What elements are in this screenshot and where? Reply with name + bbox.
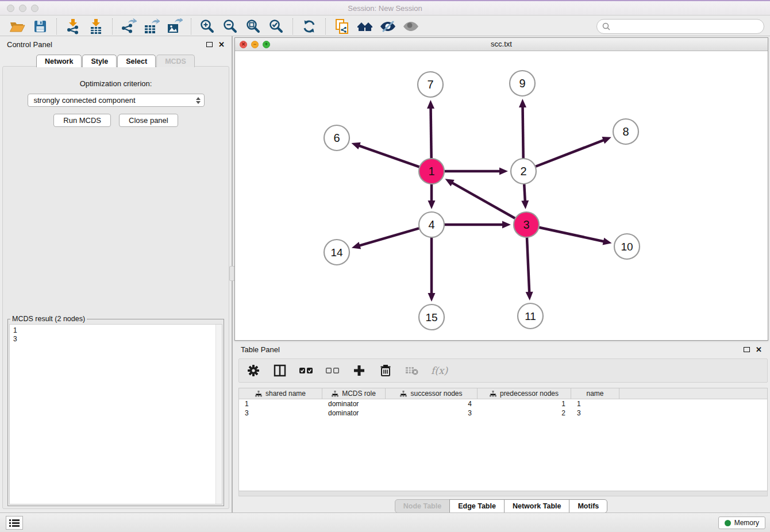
memory-button[interactable]: Memory [718, 516, 765, 529]
hide-details-icon[interactable] [378, 18, 398, 35]
tab-network-table[interactable]: Network Table [504, 499, 570, 513]
status-bar: Memory [0, 512, 770, 532]
task-history-button[interactable] [6, 516, 23, 530]
edge-arrowhead [428, 293, 436, 302]
mcds-panel: Optimization criterion: strongly connect… [2, 66, 229, 509]
tab-style[interactable]: Style [82, 55, 117, 67]
minimize-view-icon[interactable]: − [251, 41, 259, 48]
network-view-window: ✕ − + scc.txt 7968124314101511 [234, 37, 768, 341]
zoom-selected-icon[interactable] [267, 18, 286, 35]
export-image-icon[interactable] [165, 18, 184, 35]
refresh-view-icon[interactable] [299, 18, 319, 35]
result-line: 1 [13, 326, 218, 335]
table-scrollbar[interactable] [238, 491, 768, 496]
network-window-titlebar[interactable]: ✕ − + scc.txt [235, 38, 768, 51]
split-columns-icon[interactable] [272, 363, 287, 378]
zoom-fit-icon[interactable] [244, 18, 263, 35]
import-network-icon[interactable] [63, 18, 83, 35]
select-all-checkboxes-icon[interactable] [299, 363, 314, 378]
control-panel: Control Panel ✕ Network Style Select MCD… [0, 36, 232, 512]
control-panel-title: Control Panel [7, 40, 206, 49]
node-label: 11 [525, 310, 536, 322]
edge-2-8[interactable] [534, 140, 605, 167]
node-label: 7 [427, 78, 433, 91]
tab-select[interactable]: Select [117, 55, 156, 67]
column-header-mcds-role[interactable]: MCDS role [322, 388, 386, 399]
table-row[interactable]: 3 dominator 3 2 3 [239, 408, 767, 418]
import-table-icon[interactable] [86, 18, 106, 35]
open-session-icon[interactable] [7, 18, 27, 35]
tab-network[interactable]: Network [36, 55, 82, 67]
main-toolbar [0, 17, 770, 36]
node-label: 3 [523, 218, 529, 231]
float-panel-icon[interactable] [206, 42, 213, 47]
export-table-icon[interactable] [142, 18, 161, 35]
close-panel-icon[interactable]: ✕ [218, 41, 225, 48]
mcds-result-title: MCDS result (2 nodes) [10, 315, 87, 323]
node-label: 14 [330, 246, 343, 259]
edge-1-6[interactable] [358, 145, 421, 167]
tab-node-table[interactable]: Node Table [395, 499, 450, 513]
edge-3-11[interactable] [527, 236, 529, 294]
edge-1-7[interactable] [431, 107, 432, 160]
edge-3-10[interactable] [538, 227, 605, 241]
table-row[interactable]: 1 dominator 4 1 1 [239, 399, 767, 408]
node-label: 1 [428, 165, 434, 178]
column-header-name[interactable]: name [571, 388, 619, 399]
delete-column-icon[interactable] [378, 363, 393, 378]
close-panel-button[interactable]: Close panel [119, 114, 178, 127]
edge-arrowhead [499, 168, 508, 175]
column-header-successor-nodes[interactable]: successor nodes [386, 388, 478, 399]
zoom-out-icon[interactable] [221, 18, 240, 35]
float-table-panel-icon[interactable] [744, 347, 750, 352]
edge-arrowhead [502, 221, 511, 229]
edge-arrowhead [351, 142, 360, 149]
close-table-panel-icon[interactable]: ✕ [756, 346, 762, 353]
delete-table-icon[interactable] [405, 363, 419, 378]
selected-criterion: strongly connected component [34, 96, 196, 105]
network-file-icon[interactable] [332, 18, 352, 35]
tab-edge-table[interactable]: Edge Table [449, 499, 505, 513]
table-tabs: Node Table Edge Table Network Table Moti… [233, 499, 770, 513]
column-header-shared-name[interactable]: shared name [239, 388, 322, 399]
mcds-result-list[interactable]: 1 3 [9, 324, 222, 504]
cell-predecessor-nodes: 1 [478, 400, 571, 408]
toolbar-separator [292, 18, 293, 34]
search-input[interactable] [611, 21, 764, 32]
control-panel-tabs: Network Style Select MCDS [0, 55, 232, 67]
memory-status-icon [725, 520, 731, 526]
network-canvas[interactable]: 7968124314101511 [235, 51, 768, 340]
tab-mcds[interactable]: MCDS [156, 55, 195, 67]
hierarchy-icon [400, 391, 407, 397]
edge-2-9[interactable] [523, 106, 523, 160]
homes-icon[interactable] [355, 18, 375, 35]
search-icon [602, 22, 611, 31]
tab-motifs[interactable]: Motifs [569, 499, 607, 513]
run-mcds-button[interactable]: Run MCDS [53, 114, 111, 127]
zoom-in-icon[interactable] [198, 18, 217, 35]
edge-arrowhead [352, 242, 361, 249]
edge-2-3[interactable] [524, 183, 525, 202]
close-view-icon[interactable]: ✕ [240, 41, 247, 48]
optimization-criterion-select[interactable]: strongly connected component [28, 94, 205, 107]
toolbar-separator [112, 18, 113, 34]
node-label: 9 [519, 77, 525, 90]
window-title: Session: New Session [0, 4, 770, 13]
save-session-icon[interactable] [30, 18, 50, 35]
edge-arrowhead [526, 292, 533, 300]
network-graph[interactable]: 7968124314101511 [235, 51, 768, 340]
result-scrollbar[interactable] [215, 325, 222, 504]
node-table[interactable]: shared name MCDS role successor nodes [238, 388, 768, 491]
clear-checkboxes-icon[interactable] [325, 363, 340, 378]
search-field[interactable] [596, 19, 764, 34]
function-builder-icon[interactable]: f(x) [431, 365, 448, 376]
export-network-icon[interactable] [119, 18, 138, 35]
show-details-icon[interactable] [401, 18, 421, 35]
maximize-view-icon[interactable]: + [263, 41, 270, 48]
column-header-predecessor-nodes[interactable]: predecessor nodes [478, 388, 571, 399]
gear-icon[interactable] [246, 363, 261, 378]
edge-arrowhead [603, 238, 612, 245]
edge-3-1[interactable] [451, 182, 517, 219]
edge-4-14[interactable] [358, 228, 420, 246]
add-column-icon[interactable] [352, 363, 367, 378]
